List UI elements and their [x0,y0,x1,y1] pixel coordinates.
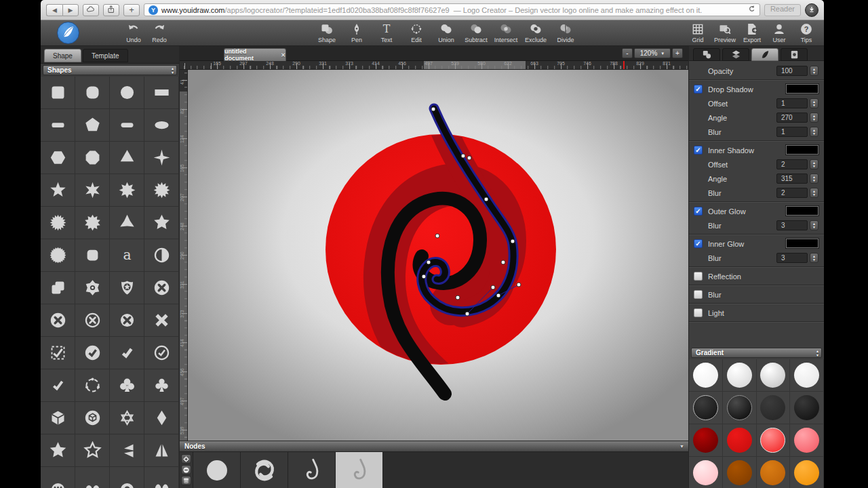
close-tab-icon[interactable]: ✕ [281,52,285,58]
layer-thumbnail-2[interactable] [241,452,288,488]
zoom-level-select[interactable]: 120% ▼ [634,48,671,58]
shape-badge-sq[interactable] [75,239,110,272]
shape-squircle[interactable] [75,77,110,109]
blur-checkbox[interactable] [694,290,703,299]
shape-tri-pair[interactable] [144,434,179,467]
shape-dome-dots[interactable] [41,467,75,488]
inner-glow-checkbox[interactable]: ✓ [694,239,703,248]
outer-glow-color-swatch[interactable] [786,206,818,216]
shape-gear10[interactable] [75,207,110,239]
remove-node-button[interactable] [181,465,191,474]
gradient-swatch-12[interactable] [794,428,819,453]
zoom-out-button[interactable]: - [622,48,633,58]
tab-template[interactable]: Template [83,49,128,62]
shape-star5-round[interactable] [144,207,179,239]
inner-glow-blur-stepper[interactable]: ▲▼ [810,253,818,263]
shape-chk-bold[interactable] [110,337,144,369]
tool-user-button[interactable]: User [766,22,793,43]
shape-x-circle[interactable] [144,272,179,304]
shape-chk-circle[interactable] [75,337,110,369]
share-button[interactable] [103,4,119,16]
inner-shadow-angle-stepper[interactable]: ▲▼ [810,174,818,184]
shape-x-circle-sm[interactable] [110,304,144,337]
shape-dome-pair[interactable] [144,467,179,488]
layers-button[interactable] [181,476,191,485]
inner-shadow-offset-value-field[interactable]: 2 [776,159,808,169]
inner-shadow-blur-value-field[interactable]: 2 [776,188,808,198]
tool-pen-button[interactable]: Pen [342,22,372,43]
tool-edit-button[interactable]: Edit [401,22,431,43]
shape-star-outline[interactable] [75,434,110,467]
refresh-icon[interactable] [747,5,756,14]
downloads-button[interactable] [805,3,818,17]
gradient-swatch-13[interactable] [693,460,718,485]
add-node-button[interactable] [181,454,191,464]
gradient-swatch-14[interactable] [727,460,752,485]
outer-glow-checkbox[interactable]: ✓ [694,207,703,216]
layer-thumbnail-1[interactable] [193,452,241,488]
shape-triangle[interactable] [110,142,144,174]
drop-shadow-offset-value-field[interactable]: 1 [776,98,808,108]
shape-police[interactable] [110,272,144,304]
shape-check[interactable] [41,369,75,402]
shape-star5[interactable] [41,174,75,207]
shape-diamond[interactable] [144,402,179,434]
collapse-arrow-icon[interactable]: ▼ [679,444,684,449]
shape-cube-circle[interactable] [75,402,110,434]
shape-star-david[interactable] [110,402,144,434]
gradient-swatch-2[interactable] [727,363,752,388]
outer-glow-blur-stepper[interactable]: ▲▼ [810,220,818,230]
tool-preview-button[interactable]: Preview [711,22,738,43]
tool-tips-button[interactable]: ?Tips [793,22,820,43]
tool-subtract-button[interactable]: Subtract [461,22,491,43]
drop-shadow-blur-stepper[interactable]: ▲▼ [810,127,818,137]
gradient-swatch-15[interactable] [760,460,785,485]
shape-burst16[interactable] [41,207,75,239]
drop-shadow-color-swatch[interactable] [786,84,818,94]
back-button[interactable]: ◀ [46,4,62,16]
tab-effects[interactable] [751,48,778,61]
outer-glow-blur-value-field[interactable]: 3 [776,220,808,230]
shape-dome2[interactable] [75,467,110,488]
shape-seal[interactable] [41,239,75,272]
shape-cube[interactable] [41,402,75,434]
shape-burst12[interactable] [144,174,179,207]
drop-shadow-checkbox[interactable]: ✓ [694,85,703,94]
shape-x-bold[interactable] [144,304,179,337]
shape-octagon[interactable] [75,142,110,174]
undo-button[interactable]: Undo [121,22,146,43]
inner-shadow-blur-stepper[interactable]: ▲▼ [810,188,818,198]
gradient-swatch-4[interactable] [794,363,819,388]
shape-chk-dash[interactable] [41,337,75,369]
reflection-checkbox[interactable] [694,272,703,281]
shape-sheriff[interactable] [75,272,110,304]
document-tab[interactable]: untitled document ✕ [224,48,286,61]
shape-pill[interactable] [110,109,144,142]
shape-letter-a[interactable]: a [110,239,144,272]
forward-button[interactable]: ▶ [62,4,79,16]
shapes-dropdown[interactable]: Shapes ▲▼ [43,65,177,75]
inner-glow-blur-value-field[interactable]: 3 [776,253,808,263]
inner-glow-color-swatch[interactable] [786,239,818,248]
shape-x-circle2[interactable] [41,304,75,337]
inner-shadow-checkbox[interactable]: ✓ [694,146,703,155]
shape-x-ring[interactable] [75,304,110,337]
tool-grid-button[interactable]: Grid [684,22,711,43]
redo-button[interactable]: Redo [146,22,172,43]
shape-trefoil[interactable] [110,207,144,239]
gradient-dropdown[interactable]: Gradient ▲▼ [691,348,822,358]
shape-stack-sq[interactable] [41,272,75,304]
canvas[interactable] [188,70,688,441]
shape-arch[interactable] [110,467,144,488]
gradient-swatch-11[interactable] [760,428,785,453]
shape-burst8[interactable] [110,174,144,207]
inner-shadow-offset-stepper[interactable]: ▲▼ [810,159,818,169]
gradient-swatch-16[interactable] [794,460,819,485]
shape-sq-round[interactable] [41,77,75,109]
shape-circle[interactable] [110,77,144,109]
shape-pentagon[interactable] [75,109,110,142]
shape-chk-ring[interactable] [144,337,179,369]
opacity-value-field[interactable]: 100 [776,66,808,76]
layer-thumbnail-4[interactable] [336,452,383,488]
shape-dash-ring[interactable] [75,369,110,402]
